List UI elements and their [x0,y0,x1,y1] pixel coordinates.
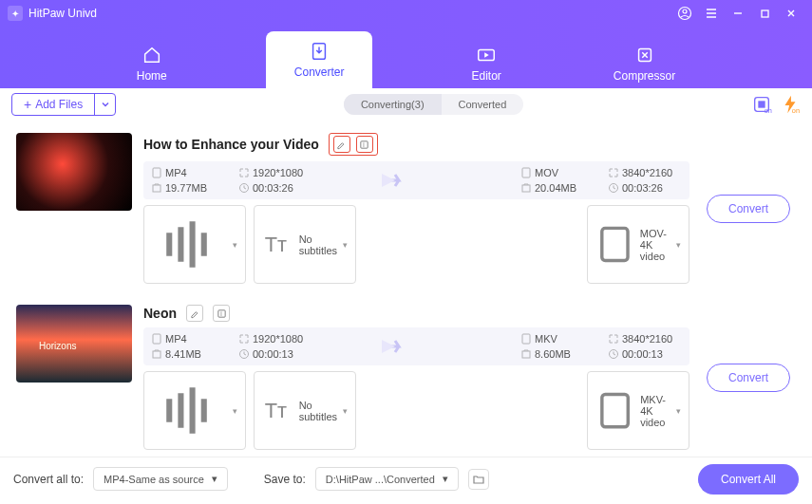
preset-select[interactable]: MOV-4K video▾ [587,205,689,284]
dst-format: MKV [520,333,595,345]
convert-all-format-value: MP4-Same as source [104,474,204,485]
dst-resolution: 3840*2160 [608,333,682,345]
preset-value: MKV-4K video [640,394,670,428]
audio-select[interactable]: Keep all audio tr...▾ [143,205,246,284]
svg-text:i: i [220,309,221,316]
dst-size: 20.04MB [520,182,595,194]
convert-all-to-label: Convert all to: [13,473,84,486]
nav-editor[interactable]: Editor [458,39,514,88]
edit-icon[interactable] [186,305,203,322]
subtitle-select[interactable]: TтNo subtitles▾ [254,205,356,284]
svg-rect-26 [522,351,530,358]
svg-rect-29 [602,394,628,426]
dst-duration: 00:00:13 [608,348,682,360]
svg-text:Tт: Tт [265,233,287,257]
svg-rect-13 [153,185,161,192]
subtab-converted[interactable]: Converted [442,94,524,115]
add-files-label: Add Files [35,98,83,111]
subtitle-value: No subtitles [299,400,337,422]
svg-text:i: i [364,140,365,147]
nav-compressor[interactable]: Compressor [600,39,689,88]
subtab-converting[interactable]: Converting(3) [344,94,442,115]
lightning-icon[interactable]: on [780,94,801,115]
nav-home[interactable]: Home [123,39,180,88]
svg-rect-2 [762,10,768,17]
list-item[interactable]: NeoniMP41920*10808.41MB00:00:13MKV3840*2… [11,296,801,457]
svg-rect-16 [522,185,530,192]
save-to-value: D:\HitPaw ...\Converted [326,474,435,485]
svg-text:on: on [792,106,800,115]
add-files-group: +Add Files [11,93,116,116]
open-folder-button[interactable] [468,469,489,490]
close-button[interactable] [778,4,804,23]
svg-rect-25 [522,334,530,344]
preset-select[interactable]: MKV-4K video▾ [587,371,689,450]
subtitle-value: No subtitles [299,233,337,256]
nav-converter[interactable]: Converter [266,31,373,88]
save-to-label: Save to: [264,473,306,486]
edit-icon[interactable] [333,136,350,153]
src-resolution: 1920*1080 [238,167,312,178]
src-duration: 00:00:13 [238,348,312,360]
item-title: Neon [143,306,177,321]
svg-point-1 [683,9,687,13]
info-icon[interactable]: i [356,136,373,153]
nav-label: Converter [294,65,345,79]
dst-size: 8.60MB [520,348,595,360]
svg-rect-23 [153,351,161,358]
src-format: MP4 [151,333,225,345]
svg-rect-12 [153,168,161,177]
svg-rect-15 [522,168,530,177]
item-title: How to Enhance your Video [143,137,319,152]
app-title: HitPaw Univd [28,7,97,20]
nav-label: Editor [471,69,500,83]
audio-select[interactable]: Keep all audio tr...▾ [143,371,246,450]
svg-rect-19 [602,228,628,260]
minimize-button[interactable] [725,4,751,23]
subtitle-select[interactable]: TтNo subtitles▾ [254,371,356,450]
account-icon[interactable] [671,4,698,23]
app-logo: ✦ [8,6,23,21]
src-size: 19.77MB [151,182,225,194]
convert-button[interactable]: Convert [707,195,790,223]
convert-button[interactable]: Convert [707,364,790,392]
editor-icon [476,45,497,65]
convert-all-button[interactable]: Convert All [698,464,799,495]
menu-icon[interactable] [698,4,725,23]
dst-duration: 00:03:26 [608,182,682,194]
src-size: 8.41MB [151,348,225,360]
home-icon [142,45,162,65]
maximize-button[interactable] [751,4,778,23]
add-files-dropdown[interactable] [94,94,115,115]
save-to-select[interactable]: D:\HitPaw ...\Converted▾ [315,467,459,491]
dst-resolution: 3840*2160 [608,167,682,178]
nav-label: Compressor [614,69,675,83]
list-item[interactable]: How to Enhance your VideoiMP41920*108019… [11,124,801,292]
src-duration: 00:03:26 [238,182,312,194]
add-files-button[interactable]: +Add Files [12,94,94,115]
subtabs: Converting(3) Converted [344,94,523,115]
info-icon[interactable]: i [213,305,230,322]
src-resolution: 1920*1080 [238,333,312,345]
preset-value: MOV-4K video [640,228,670,262]
svg-rect-22 [153,334,161,344]
compressor-icon [634,45,655,65]
src-format: MP4 [151,167,225,178]
nav-label: Home [137,69,167,83]
svg-text:Tт: Tт [265,400,287,423]
thumbnail[interactable] [16,305,132,383]
thumbnail[interactable] [16,133,132,211]
svg-text:on: on [765,106,772,115]
dst-format: MOV [520,167,595,178]
hw-accel-icon[interactable]: on [751,94,772,115]
converter-icon [309,41,330,62]
convert-all-format-select[interactable]: MP4-Same as source▾ [93,467,228,491]
